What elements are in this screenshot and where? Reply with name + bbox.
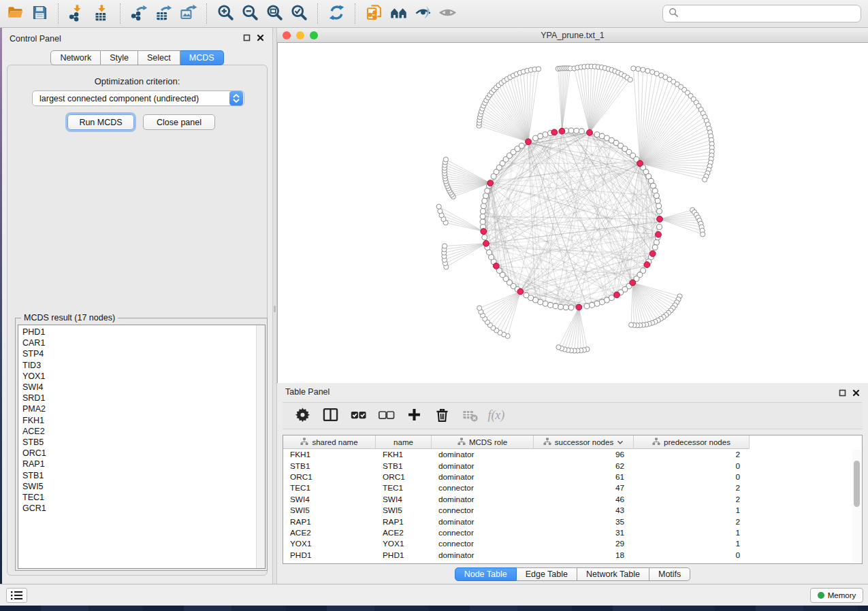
optimization-criterion-select[interactable]: largest connected component (undirected) xyxy=(32,90,244,106)
search-box[interactable] xyxy=(662,5,861,22)
close-table-panel-icon[interactable] xyxy=(850,387,861,398)
select-all-rows-icon xyxy=(349,406,368,427)
delete-column-button[interactable] xyxy=(433,407,451,425)
save-button[interactable] xyxy=(27,2,52,25)
sort-desc-icon xyxy=(617,438,624,446)
table-row[interactable]: STB1STB1dominator620 xyxy=(283,460,862,471)
mcds-result-item[interactable]: STP4 xyxy=(18,348,265,359)
import-table-button[interactable] xyxy=(89,2,114,25)
table-row[interactable]: FKH1FKH1dominator962 xyxy=(283,449,862,460)
tree-icon xyxy=(457,437,466,447)
memory-label: Memory xyxy=(828,591,856,599)
import-table-disabled-icon xyxy=(461,406,479,427)
table-cell: SWI4 xyxy=(376,495,432,504)
close-panel-button[interactable]: Close panel xyxy=(143,114,215,130)
table-cell: RAP1 xyxy=(376,517,432,527)
table-cell: 31 xyxy=(534,528,634,538)
select-all-rows-button[interactable] xyxy=(349,407,367,425)
tab-node-table[interactable]: Node Table xyxy=(455,567,517,581)
table-row[interactable]: TEC1TEC1connector472 xyxy=(283,482,862,493)
open-file-icon xyxy=(6,3,25,24)
network-window-titlebar[interactable]: YPA_prune.txt_1 xyxy=(277,28,868,43)
run-mcds-button[interactable]: Run MCDS xyxy=(67,114,134,130)
scrollbar-thumb[interactable] xyxy=(854,461,860,507)
zoom-out-button[interactable] xyxy=(238,2,262,25)
table-cell: connector xyxy=(432,528,534,538)
mcds-result-item[interactable]: YOX1 xyxy=(18,371,265,382)
table-row[interactable]: SWI5SWI5connector431 xyxy=(283,505,862,516)
open-file-button[interactable] xyxy=(3,2,27,25)
mcds-result-item[interactable]: FKH1 xyxy=(18,415,265,426)
zoom-fit-button[interactable] xyxy=(262,2,287,25)
zoom-in-button[interactable] xyxy=(213,2,238,25)
table-vertical-scrollbar[interactable] xyxy=(852,450,861,563)
close-panel-icon[interactable] xyxy=(255,32,266,43)
list-menu-icon xyxy=(11,591,23,600)
panel-splitter[interactable] xyxy=(272,28,277,584)
mcds-result-item[interactable]: STB5 xyxy=(18,437,265,448)
mcds-result-item[interactable]: TID3 xyxy=(18,360,265,371)
import-network-button[interactable] xyxy=(65,2,89,25)
table-cell: dominator xyxy=(432,450,534,459)
network-window-title: YPA_prune.txt_1 xyxy=(277,31,868,40)
column-header-name[interactable]: name xyxy=(376,435,432,449)
deselect-all-rows-button[interactable] xyxy=(377,407,395,425)
tab-select[interactable]: Select xyxy=(138,50,180,65)
clone-network-button[interactable] xyxy=(361,2,386,25)
float-table-panel-icon[interactable] xyxy=(837,387,848,398)
table-cell: 2 xyxy=(634,517,750,527)
export-table-button[interactable] xyxy=(151,2,176,25)
refresh-button[interactable] xyxy=(324,2,349,25)
zoom-selected-button[interactable] xyxy=(287,2,311,25)
column-header-predecessor-nodes[interactable]: predecessor nodes xyxy=(634,435,750,449)
tab-network[interactable]: Network xyxy=(50,50,101,65)
search-input[interactable] xyxy=(682,7,861,20)
table-settings-button[interactable] xyxy=(293,407,311,425)
network-canvas[interactable] xyxy=(277,43,868,383)
tab-style[interactable]: Style xyxy=(101,50,138,65)
tab-motifs[interactable]: Motifs xyxy=(649,567,690,581)
table-row[interactable]: ORC1ORC1dominator610 xyxy=(283,472,862,482)
table-row[interactable]: RAP1RAP1dominator352 xyxy=(283,516,862,527)
table-header-row: shared namenameMCDS rolesuccessor nodesp… xyxy=(283,435,862,449)
mcds-result-item[interactable]: STB1 xyxy=(18,470,265,481)
column-header-successor-nodes[interactable]: successor nodes xyxy=(534,435,634,449)
tab-edge-table[interactable]: Edge Table xyxy=(517,567,577,581)
table-cell: SWI5 xyxy=(283,506,376,515)
mcds-result-item[interactable]: PMA2 xyxy=(18,403,265,414)
mcds-result-item[interactable]: CAR1 xyxy=(18,337,265,348)
binoculars-button[interactable] xyxy=(386,2,411,25)
mcds-result-item[interactable]: SWI4 xyxy=(18,382,265,393)
add-column-button[interactable] xyxy=(405,407,423,425)
mcds-result-item[interactable]: GCR1 xyxy=(18,503,265,514)
mcds-result-item[interactable]: ACE2 xyxy=(18,426,265,437)
tab-mcds[interactable]: MCDS xyxy=(180,50,224,65)
table-cell: 0 xyxy=(634,461,750,471)
memory-button[interactable]: Memory xyxy=(810,588,863,603)
table-row[interactable]: YOX1YOX1connector291 xyxy=(283,538,862,549)
mcds-result-item[interactable]: SRD1 xyxy=(18,393,265,403)
float-window-icon[interactable] xyxy=(241,32,252,43)
export-image-button[interactable] xyxy=(176,2,200,25)
table-panel-title: Table Panel xyxy=(285,387,329,397)
mcds-result-item[interactable]: ORC1 xyxy=(18,448,265,459)
column-header-shared-name[interactable]: shared name xyxy=(283,435,376,449)
panel-menu-button[interactable] xyxy=(6,588,27,603)
column-view-button[interactable] xyxy=(321,407,339,425)
table-cell: 29 xyxy=(534,539,634,548)
table-row[interactable]: PHD1PHD1dominator180 xyxy=(283,550,862,561)
mcds-result-item[interactable]: SWI5 xyxy=(18,481,265,492)
mcds-list-scrollbar[interactable] xyxy=(256,325,265,568)
show-details-button[interactable] xyxy=(435,2,460,25)
toolbar-separator xyxy=(317,3,318,24)
column-header-MCDS-role[interactable]: MCDS role xyxy=(432,435,534,449)
hide-details-button[interactable] xyxy=(411,2,435,25)
mcds-result-item[interactable]: TEC1 xyxy=(18,492,265,503)
mcds-result-item[interactable]: RAP1 xyxy=(18,459,265,469)
table-row[interactable]: ACE2ACE2connector311 xyxy=(283,527,862,538)
mcds-result-item[interactable]: PHD1 xyxy=(18,327,265,337)
tab-network-table[interactable]: Network Table xyxy=(577,567,649,581)
table-row[interactable]: SWI4SWI4dominator462 xyxy=(283,494,862,505)
mcds-result-list[interactable]: PHD1CAR1STP4TID3YOX1SWI4SRD1PMA2FKH1ACE2… xyxy=(18,325,266,569)
export-network-button[interactable] xyxy=(127,2,151,25)
